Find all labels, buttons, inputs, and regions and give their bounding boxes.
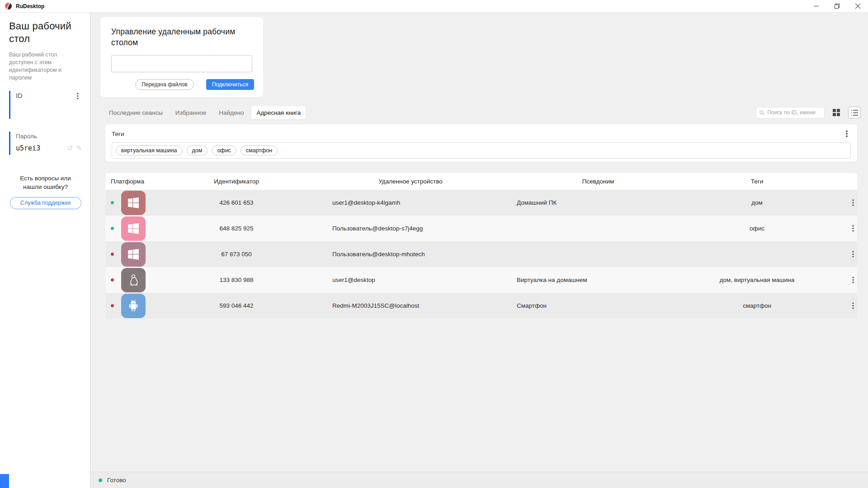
device-name: Пользователь@desktop-mhotech [309,251,512,258]
device-tags: офис [684,225,830,232]
header-platform: Платформа [105,178,164,185]
tab-label: Избранное [175,109,206,116]
android-robot-icon [126,299,141,313]
device-id: 648 825 925 [164,225,309,232]
windows-logo-icon [126,247,141,262]
device-alias: Смартфон [512,302,684,309]
refresh-password-icon[interactable]: ↺ [67,145,73,151]
row-menu-button[interactable] [849,302,857,310]
list-view-icon[interactable] [848,107,861,118]
header-device: Удаленное устройство [309,178,512,185]
file-transfer-button[interactable]: Передача файлов [135,79,194,90]
status-dot [111,201,114,204]
tab-label: Найдено [219,109,244,116]
edit-password-icon[interactable]: ✎ [76,145,82,151]
support-button[interactable]: Служба поддержки [10,197,81,209]
windows-logo-icon [126,221,141,236]
window-title: RuDesktop [16,3,44,9]
connect-title: Управление удаленным рабочим столом [100,17,263,48]
device-table: Платформа Идентификатор Удаленное устрой… [105,173,857,319]
row-menu-button[interactable] [849,225,857,233]
password-block: Пароль u5rei3 ↺ ✎ [9,131,82,155]
id-label: ID [16,92,23,99]
search-icon [760,110,764,116]
device-table-body: 426 601 653 user1@desktop-k4lgamh Домашн… [105,190,857,319]
device-tags: дом [684,199,830,206]
password-value: u5rei3 [16,144,40,152]
tag-chip[interactable]: смартфон [241,145,278,155]
status-dot [111,227,114,230]
device-row[interactable]: 67 873 050 Пользователь@desktop-mhotech [105,241,857,267]
tag-chip[interactable]: дом [187,145,208,155]
platform-icon[interactable] [121,294,146,318]
tag-chip-label: дом [192,147,203,154]
tags-input[interactable]: виртуальная машинадомофиссмартфон [112,142,851,159]
sidebar-description: Ваш рабочий стол доступен с этим идентиф… [9,51,82,82]
tab[interactable]: Последние сеансы [104,106,168,119]
table-header: Платформа Идентификатор Удаленное устрой… [105,173,857,190]
status-dot [111,253,114,256]
search-input[interactable] [767,109,821,116]
tag-chip[interactable]: виртуальная машина [116,145,183,155]
tags-label: Теги [112,131,124,137]
device-tags: смартфон [684,302,830,309]
device-name: user1@desktop-k4lgamh [309,199,512,206]
connect-panel: Управление удаленным рабочим столом Пере… [100,17,263,97]
header-id: Идентификатор [164,178,309,185]
platform-icon[interactable] [121,191,146,215]
app-window: RuDesktop Ваш рабочий стол Ваш рабочий с… [0,0,868,488]
main-area: Управление удаленным рабочим столом Пере… [90,13,868,488]
status-dot [111,278,114,282]
device-id: 67 873 050 [164,251,309,258]
restore-button[interactable] [826,0,847,12]
tab[interactable]: Найдено [214,106,249,119]
device-alias: Виртуалка на домашнем [512,277,684,283]
status-online-icon [99,479,102,482]
device-row[interactable]: 593 046 442 Redmi-M2003J15SC@localhost С… [105,293,857,319]
minimize-button[interactable] [806,0,826,12]
tag-chip-label: виртуальная машина [121,147,177,154]
device-id: 426 601 653 [164,199,309,206]
linux-tux-icon [126,273,141,287]
row-menu-button[interactable] [849,199,857,207]
tab-label: Последние сеансы [109,109,163,116]
device-tags: дом, виртуальная машина [684,277,830,283]
tab-label: Адресная книга [256,109,301,116]
tab-bar: Последние сеансыИзбранноеНайденоАдресная… [104,106,306,119]
header-alias: Псевдоним [512,178,684,185]
device-id: 133 830 988 [164,277,309,283]
device-alias: Домашний ПК [512,199,684,206]
search-box [756,107,825,118]
connect-button[interactable]: Подключиться [206,79,254,90]
password-label: Пароль [16,133,82,140]
tag-chip-label: офис [217,147,231,154]
tab[interactable]: Адресная книга [251,106,306,119]
id-block: ID [9,91,82,119]
device-row[interactable]: 426 601 653 user1@desktop-k4lgamh Домашн… [105,190,857,216]
support-section: Есть вопросы или нашли ошибку? Служба по… [9,174,82,209]
tags-panel: Теги виртуальная машинадомофиссмартфон [105,124,857,162]
platform-icon[interactable] [121,216,146,241]
device-name: Redmi-M2003J15SC@localhost [309,302,512,309]
sidebar: Ваш рабочий стол Ваш рабочий стол доступ… [0,13,90,488]
header-tags: Теги [684,178,830,185]
tag-chip[interactable]: офис [212,145,236,155]
corner-accent [0,474,9,488]
support-question: Есть вопросы или нашли ошибку? [9,174,82,192]
status-bar: Готово [90,472,868,488]
grid-view-icon[interactable] [830,107,843,118]
status-text: Готово [107,477,126,483]
platform-icon[interactable] [121,268,146,292]
tags-menu-button[interactable] [843,130,851,138]
device-row[interactable]: 133 830 988 user1@desktop Виртуалка на д… [105,267,857,293]
tag-chip-label: смартфон [246,147,272,154]
tab[interactable]: Избранное [170,106,211,119]
platform-icon[interactable] [121,242,146,267]
id-menu-button[interactable] [74,92,82,100]
row-menu-button[interactable] [849,250,857,258]
device-row[interactable]: 648 825 925 Пользователь@desktop-s7j4egg… [105,216,857,241]
remote-id-input[interactable] [111,55,252,72]
row-menu-button[interactable] [849,276,857,284]
close-button[interactable] [847,0,868,12]
device-id: 593 046 442 [164,302,309,309]
